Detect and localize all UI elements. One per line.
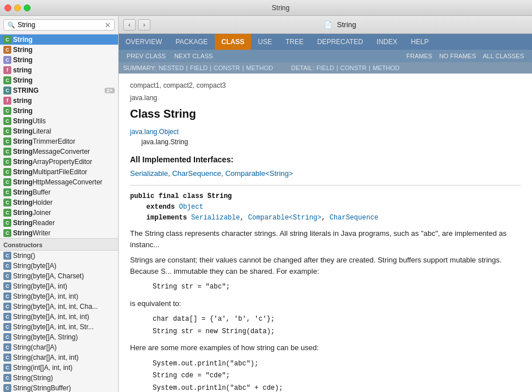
list-item[interactable]: C STRING 2+	[0, 85, 118, 96]
list-item[interactable]: C String	[0, 45, 118, 55]
class-icon: C	[3, 148, 11, 156]
nav-help[interactable]: HELP	[404, 34, 435, 50]
object-link[interactable]: Object	[179, 203, 203, 211]
list-item[interactable]: C StringWriter	[0, 228, 118, 238]
charsequence-impl-link[interactable]: CharSequence	[330, 214, 378, 222]
nav-overview[interactable]: OVERVIEW	[119, 34, 168, 50]
item-label: String(byte[]A, int)	[13, 282, 67, 290]
list-item[interactable]: C StringMultipartFileEditor	[0, 167, 118, 177]
list-item[interactable]: C StringUtils	[0, 116, 118, 126]
list-item[interactable]: C StringMessageConverter	[0, 147, 118, 157]
class-icon: C	[3, 168, 11, 176]
constructor-item[interactable]: C String(StringBuffer)	[0, 383, 118, 392]
nav-index[interactable]: INDEX	[370, 34, 404, 50]
toolbar-title: String	[337, 20, 356, 29]
nested-link[interactable]: NESTED	[158, 64, 184, 71]
back-button[interactable]: ‹	[123, 19, 136, 31]
nav-class[interactable]: CLASS	[215, 34, 252, 50]
forward-button[interactable]: ›	[138, 19, 150, 31]
list-item[interactable]: f string	[0, 96, 118, 106]
list-item[interactable]: C String	[0, 106, 118, 116]
serializable-impl-link[interactable]: Serializable	[191, 214, 240, 222]
method-link[interactable]: METHOD	[246, 64, 273, 71]
list-item[interactable]: C StringHttpMessageConverter	[0, 177, 118, 187]
parent-class-link[interactable]: java.lang.Object	[130, 128, 179, 136]
comparable-link[interactable]: Comparable<String>	[225, 169, 293, 178]
maximize-button[interactable]	[24, 5, 31, 11]
serializable-link[interactable]: Serializable	[130, 169, 168, 178]
item-label: StringUtils	[13, 117, 46, 125]
detail-field-link[interactable]: FIELD	[317, 64, 334, 71]
constructor-item[interactable]: C String()	[0, 251, 118, 261]
comparable-impl-link[interactable]: Comparable<String>	[248, 214, 322, 222]
constructor-item[interactable]: C String(byte[]A, int, int, Str...	[0, 322, 118, 332]
nav-tree[interactable]: TREE	[279, 34, 310, 50]
constr-link[interactable]: CONSTR	[214, 64, 240, 71]
constructor-item[interactable]: C String(byte[]A)	[0, 261, 118, 271]
class-icon: C	[3, 188, 11, 196]
code-example1: String str = "abc";	[130, 281, 521, 294]
search-bar: 🔍 String ✕	[0, 16, 118, 35]
list-item[interactable]: C String	[0, 55, 118, 65]
detail-method-link[interactable]: METHOD	[373, 64, 400, 71]
constructor-item[interactable]: C String(String)	[0, 373, 118, 383]
close-button[interactable]	[5, 5, 11, 11]
class-icon: C	[3, 229, 11, 237]
search-input[interactable]: String	[18, 21, 102, 29]
list-item[interactable]: C StringJoiner	[0, 208, 118, 218]
list-item[interactable]: C String	[0, 35, 118, 45]
constructor-item[interactable]: C String(char[]A)	[0, 342, 118, 352]
no-frames-link[interactable]: NO FRAMES	[436, 53, 479, 59]
list-item[interactable]: C StringHolder	[0, 197, 118, 208]
field-link[interactable]: FIELD	[190, 64, 207, 71]
item-label: STRING	[13, 87, 38, 94]
class-icon: C	[3, 76, 11, 84]
class-icon: C	[3, 87, 11, 94]
titlebar: String	[0, 0, 532, 16]
nav-package[interactable]: PACKAGE	[168, 34, 214, 50]
code-example3: System.out.println("abc"); String cde = …	[130, 358, 521, 392]
nav-bar: OVERVIEW PACKAGE CLASS USE TREE DEPRECAT…	[119, 34, 532, 50]
list-item[interactable]: C String	[0, 75, 118, 85]
item-label: StringBuffer	[13, 188, 50, 196]
item-label: String(byte[]A, int, int, Cha...	[13, 303, 98, 311]
list-item[interactable]: C StringArrayPropertyEditor	[0, 157, 118, 167]
minimize-button[interactable]	[14, 5, 21, 11]
constructor-item[interactable]: C String(byte[]A, int, int, Cha...	[0, 301, 118, 312]
item-label: StringMultipartFileEditor	[13, 168, 87, 176]
constructor-item[interactable]: C String(byte[]A, Charset)	[0, 271, 118, 281]
class-list: C String C String C String f string C St…	[0, 35, 118, 392]
clear-search-button[interactable]: ✕	[105, 21, 111, 29]
prev-class-link[interactable]: PREV CLASS	[123, 53, 169, 59]
charsequence-link[interactable]: CharSequence	[172, 169, 221, 178]
constructors-section-header: Constructors	[0, 238, 118, 251]
item-label: String	[13, 46, 33, 54]
list-item[interactable]: C StringReader	[0, 218, 118, 228]
constructor-item[interactable]: C String(byte[]A, int, int, int)	[0, 312, 118, 322]
detail-constr-link[interactable]: CONSTR	[340, 64, 366, 71]
nav-use[interactable]: USE	[251, 34, 279, 50]
constructor-item[interactable]: C String(byte[]A, int, int)	[0, 291, 118, 301]
item-label: StringReader	[13, 219, 55, 227]
constructor-item[interactable]: C String(char[]A, int, int)	[0, 352, 118, 363]
constructor-icon: C	[3, 333, 11, 341]
item-badge: 2+	[105, 88, 115, 93]
constructor-item[interactable]: C String(int[]A, int, int)	[0, 363, 118, 373]
constructor-icon: C	[3, 343, 11, 351]
all-classes-link[interactable]: ALL CLASSES	[479, 53, 527, 59]
constructor-item[interactable]: C String(byte[]A, int)	[0, 281, 118, 291]
list-item[interactable]: C StringTrimmerEditor	[0, 136, 118, 147]
constructor-item[interactable]: C String(byte[]A, String)	[0, 332, 118, 342]
list-item[interactable]: C StringBuffer	[0, 187, 118, 197]
nav-deprecated[interactable]: DEPRECATED	[310, 34, 370, 50]
item-label: StringTrimmerEditor	[13, 137, 75, 145]
list-item[interactable]: f string	[0, 65, 118, 75]
class-icon: C	[3, 158, 11, 166]
left-panel: 🔍 String ✕ C String C String C String f …	[0, 16, 119, 392]
list-item[interactable]: C StringLiteral	[0, 126, 118, 136]
next-class-link[interactable]: NEXT CLASS	[171, 53, 216, 59]
content-area: compact1, compact2, compact3 java.lang C…	[119, 74, 532, 392]
item-label: String(char[]A)	[13, 343, 57, 351]
frames-link[interactable]: FRAMES	[403, 53, 436, 59]
interfaces-list: Serializable, CharSequence, Comparable<S…	[130, 168, 521, 179]
